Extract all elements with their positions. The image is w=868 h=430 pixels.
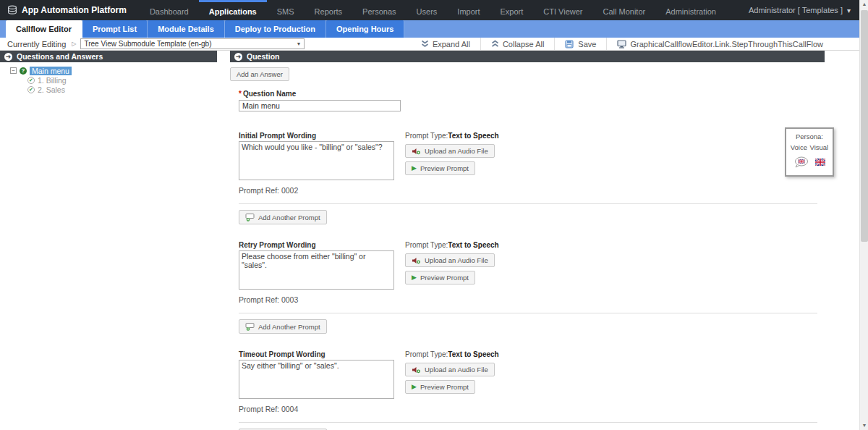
preview-prompt-button[interactable]: ▶ Preview Prompt: [405, 161, 475, 175]
currently-editing-label: Currently Editing: [7, 40, 66, 49]
preview-prompt-button[interactable]: ▶ Preview Prompt: [405, 380, 475, 394]
currently-editing-row: Currently Editing ▷ Tree View Submodule …: [0, 38, 868, 51]
upload-audio-button[interactable]: Upload an Audio File: [405, 363, 495, 376]
expand-all-icon: [421, 40, 429, 48]
tree-node-label[interactable]: 2. Sales: [38, 85, 65, 94]
user-menu[interactable]: Administrator [ Templates ] ▾: [749, 0, 868, 20]
select-caret-icon: ▼: [297, 41, 302, 46]
nav-item-cti-viewer[interactable]: CTI Viewer: [533, 0, 592, 20]
question-panel: ➜ Question Add an Answer *Question Name …: [230, 51, 825, 430]
add-prompt-bubble-icon: [245, 213, 255, 222]
tab-prompt-list[interactable]: Prompt List: [82, 20, 148, 38]
tab-deploy-to-production[interactable]: Deploy to Production: [225, 20, 326, 38]
answer-check-icon: ✔: [27, 77, 35, 84]
save-icon: [565, 40, 574, 49]
scroll-up-arrow-icon[interactable]: ▲: [860, 0, 868, 9]
preview-prompt-button[interactable]: ▶ Preview Prompt: [405, 271, 475, 284]
arrow-circle-icon: ➜: [234, 53, 242, 61]
collapse-all-icon: [491, 40, 499, 48]
timeout-prompt-block: Timeout Prompt Wording Say either "billi…: [239, 350, 825, 430]
play-icon: ▶: [412, 274, 417, 281]
editing-template-select[interactable]: Tree View Submodule Template (en-gb) ▼: [80, 38, 305, 49]
nav-item-administration[interactable]: Administration: [655, 0, 726, 20]
question-title: Question: [247, 52, 280, 61]
main-nav: Dashboard Applications SMS Reports Perso…: [140, 0, 726, 20]
tree-node-sales[interactable]: ✔ 2. Sales: [27, 85, 217, 93]
question-header: ➜ Question: [230, 51, 825, 62]
nav-item-export[interactable]: Export: [490, 0, 534, 20]
app-logo-icon: [7, 5, 17, 15]
collapse-expander-icon[interactable]: −: [10, 67, 17, 74]
speaker-icon: [412, 366, 421, 374]
editing-arrow-icon: ▷: [72, 41, 76, 47]
question-name-label: *Question Name: [239, 90, 825, 98]
monitor-icon: [617, 40, 626, 49]
arrow-circle-icon: ➜: [4, 53, 12, 61]
editing-template-value: Tree View Submodule Template (en-gb): [84, 40, 211, 48]
questions-answers-title: Questions and Answers: [17, 52, 103, 61]
nav-item-call-monitor[interactable]: Call Monitor: [593, 0, 656, 20]
persona-popup: Persona: Voice Visual: [785, 127, 834, 177]
question-name-input[interactable]: [239, 100, 401, 111]
persona-title: Persona:: [786, 132, 833, 140]
nav-item-reports[interactable]: Reports: [305, 0, 353, 20]
save-button[interactable]: Save: [554, 38, 606, 50]
app-brand: App Automation Platform: [0, 0, 140, 20]
prompt-ref: Prompt Ref: 0004: [239, 405, 396, 413]
nav-item-applications[interactable]: Applications: [199, 0, 267, 20]
add-another-prompt-button[interactable]: Add Another Prompt: [239, 210, 327, 224]
divider: [239, 422, 817, 423]
add-another-prompt-button[interactable]: Add Another Prompt: [239, 319, 327, 334]
questions-answers-panel: ➜ Questions and Answers − ? Main menu ✔ …: [0, 51, 217, 430]
app-title: App Automation Platform: [22, 5, 127, 15]
scroll-down-arrow-icon[interactable]: ▼: [860, 421, 868, 430]
speaker-icon: [412, 257, 421, 264]
play-icon: ▶: [412, 384, 417, 390]
add-an-answer-button[interactable]: Add an Answer: [230, 67, 289, 81]
speaker-icon: [412, 148, 421, 155]
expand-all-button[interactable]: Expand All: [411, 38, 480, 50]
tab-opening-hours[interactable]: Opening Hours: [326, 20, 404, 38]
step-through-callflow-button[interactable]: GraphicalCallflowEditor.Link.StepThrough…: [606, 38, 833, 50]
vertical-scrollbar[interactable]: ▲ ▼: [859, 0, 868, 430]
retry-prompt-block: Retry Prompt Wording Please choose from …: [239, 241, 825, 334]
initial-prompt-block: Initial Prompt Wording Which would you l…: [239, 132, 825, 224]
collapse-all-button[interactable]: Collapse All: [480, 38, 554, 50]
tree-node-label[interactable]: 1. Billing: [38, 76, 67, 85]
nav-item-personas[interactable]: Personas: [352, 0, 406, 20]
tree-node-label[interactable]: Main menu: [30, 67, 72, 75]
persona-voice-label: Voice: [791, 143, 807, 151]
play-icon: ▶: [412, 165, 417, 172]
divider: [239, 203, 817, 204]
divider: [239, 313, 817, 313]
prompt-wording-label: Retry Prompt Wording: [239, 241, 396, 250]
answer-check-icon: ✔: [27, 86, 35, 93]
prompt-wording-label: Timeout Prompt Wording: [239, 350, 396, 359]
voice-uk-flag-bubble-icon[interactable]: [794, 156, 809, 168]
prompt-wording-textarea[interactable]: Please choose from either "billing" or "…: [239, 250, 394, 290]
chevron-down-icon: ▾: [847, 7, 851, 14]
questions-answers-header: ➜ Questions and Answers: [0, 51, 217, 62]
upload-audio-button[interactable]: Upload an Audio File: [405, 253, 495, 267]
tab-module-details[interactable]: Module Details: [148, 20, 225, 38]
prompt-ref: Prompt Ref: 0002: [239, 186, 396, 195]
persona-visual-label: Visual: [810, 143, 829, 151]
nav-item-dashboard[interactable]: Dashboard: [140, 0, 199, 20]
nav-item-import[interactable]: Import: [447, 0, 490, 20]
prompt-type: Prompt Type:Text to Speech: [405, 132, 499, 140]
tree-node-billing[interactable]: ✔ 1. Billing: [27, 76, 217, 84]
prompt-ref: Prompt Ref: 0003: [239, 295, 396, 304]
nav-item-users[interactable]: Users: [407, 0, 448, 20]
top-nav: App Automation Platform Dashboard Applic…: [0, 0, 868, 20]
tree-node-main-menu[interactable]: − ? Main menu: [10, 67, 217, 75]
prompt-type: Prompt Type:Text to Speech: [405, 350, 499, 359]
editor-toolbar: Expand All Collapse All Save Graphical: [411, 38, 833, 50]
tab-callflow-editor[interactable]: Callflow Editor: [6, 20, 82, 38]
nav-item-sms[interactable]: SMS: [267, 0, 305, 20]
visual-uk-flag-icon[interactable]: [815, 159, 825, 166]
scrollbar-thumb[interactable]: [861, 10, 868, 242]
prompt-wording-textarea[interactable]: Which would you like - "billing" or "sal…: [239, 141, 394, 180]
prompt-wording-textarea[interactable]: Say either "billing" or "sales".: [239, 360, 394, 399]
upload-audio-button[interactable]: Upload an Audio File: [405, 144, 495, 158]
required-marker: *: [239, 90, 242, 98]
